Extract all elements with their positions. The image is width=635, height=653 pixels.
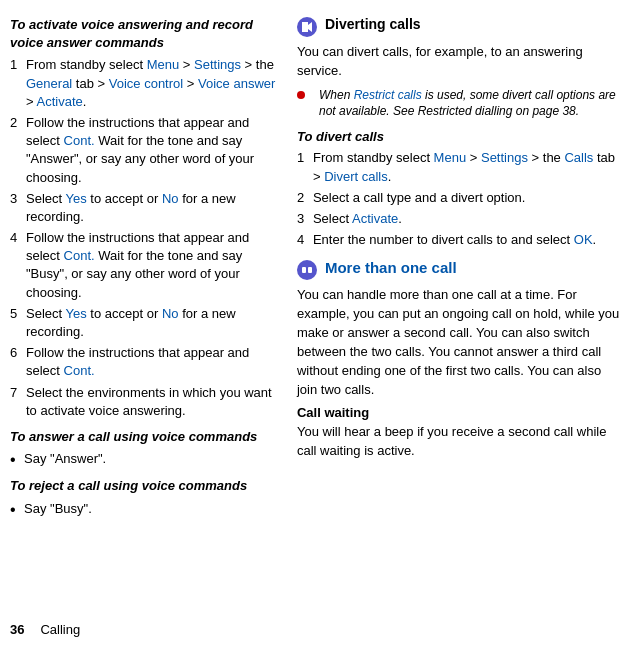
divert-step-3-text: Select Activate.	[313, 210, 625, 228]
divert-step-3-num: 3	[297, 210, 311, 228]
bullet-dot-2: •	[10, 500, 22, 519]
note-dot-icon	[297, 91, 305, 99]
diverting-calls-heading-text: Diverting calls	[325, 16, 625, 32]
footer: 36 Calling	[10, 622, 80, 637]
activate-voice-steps: 1 From standby select Menu > Settings > …	[10, 56, 281, 420]
menu-link-divert[interactable]: Menu	[434, 150, 467, 165]
diverting-calls-header-row: Diverting calls	[297, 16, 625, 37]
divert-calls-link[interactable]: Divert calls	[324, 169, 388, 184]
more-than-one-body: You can handle more than one call at a t…	[297, 286, 625, 399]
step-4-text: Follow the instructions that appear and …	[26, 229, 281, 302]
step-4: 4 Follow the instructions that appear an…	[10, 229, 281, 302]
bullet-busy-text: Say "Busy".	[24, 500, 281, 519]
note-row: When Restrict calls is used, some divert…	[297, 87, 625, 121]
cont-link-1[interactable]: Cont.	[64, 133, 95, 148]
footer-label: Calling	[40, 622, 80, 637]
step-1-text: From standby select Menu > Settings > th…	[26, 56, 281, 111]
general-link[interactable]: General	[26, 76, 72, 91]
to-divert-calls-title: To divert calls	[297, 128, 625, 146]
step-7: 7 Select the environments in which you w…	[10, 384, 281, 420]
svg-rect-0	[302, 267, 306, 273]
bullet-answer-text: Say "Answer".	[24, 450, 281, 469]
step-5-text: Select Yes to accept or No for a new rec…	[26, 305, 281, 341]
right-column: Diverting calls You can divert calls, fo…	[291, 16, 625, 637]
left-column: To activate voice answering and record v…	[10, 16, 291, 637]
activate-link-2[interactable]: Activate	[352, 211, 398, 226]
bullet-answer: • Say "Answer".	[10, 450, 281, 469]
divert-calls-steps: 1 From standby select Menu > Settings > …	[297, 149, 625, 249]
voice-control-link[interactable]: Voice control	[109, 76, 183, 91]
ok-link[interactable]: OK	[574, 232, 593, 247]
yes-link-2[interactable]: Yes	[66, 306, 87, 321]
step-3: 3 Select Yes to accept or No for a new r…	[10, 190, 281, 226]
divert-icon-box	[297, 17, 319, 37]
bullet-busy: • Say "Busy".	[10, 500, 281, 519]
section-reject-voice-title: To reject a call using voice commands	[10, 477, 281, 495]
bullet-dot-1: •	[10, 450, 22, 469]
diverting-calls-section: Diverting calls You can divert calls, fo…	[297, 16, 625, 249]
divert-step-2-text: Select a call type and a divert option.	[313, 189, 625, 207]
section-activate-voice-title: To activate voice answering and record v…	[10, 16, 281, 52]
more-than-one-heading-text: More than one call	[325, 259, 625, 276]
more-calls-icon-box	[297, 260, 319, 280]
step-5-num: 5	[10, 305, 24, 341]
step-2: 2 Follow the instructions that appear an…	[10, 114, 281, 187]
note-text: When Restrict calls is used, some divert…	[319, 87, 625, 121]
step-6: 6 Follow the instructions that appear an…	[10, 344, 281, 380]
step-7-num: 7	[10, 384, 24, 420]
settings-link-divert[interactable]: Settings	[481, 150, 528, 165]
divert-step-3: 3 Select Activate.	[297, 210, 625, 228]
cont-link-3[interactable]: Cont.	[64, 363, 95, 378]
section-activate-voice: To activate voice answering and record v…	[10, 16, 281, 420]
step-2-text: Follow the instructions that appear and …	[26, 114, 281, 187]
divert-step-4: 4 Enter the number to divert calls to an…	[297, 231, 625, 249]
section-answer-voice-title: To answer a call using voice commands	[10, 428, 281, 446]
step-2-num: 2	[10, 114, 24, 187]
more-than-one-call-section: More than one call You can handle more t…	[297, 259, 625, 461]
menu-link-1[interactable]: Menu	[147, 57, 180, 72]
note-icon-box	[297, 88, 315, 99]
divert-step-4-num: 4	[297, 231, 311, 249]
step-3-text: Select Yes to accept or No for a new rec…	[26, 190, 281, 226]
step-6-text: Follow the instructions that appear and …	[26, 344, 281, 380]
step-6-num: 6	[10, 344, 24, 380]
answer-voice-bullets: • Say "Answer".	[10, 450, 281, 469]
reject-voice-bullets: • Say "Busy".	[10, 500, 281, 519]
svg-rect-1	[308, 267, 312, 273]
more-than-one-call-header-row: More than one call	[297, 259, 625, 280]
divert-step-4-text: Enter the number to divert calls to and …	[313, 231, 625, 249]
settings-link-1[interactable]: Settings	[194, 57, 241, 72]
diverting-calls-body: You can divert calls, for example, to an…	[297, 43, 625, 81]
section-answer-voice: To answer a call using voice commands • …	[10, 428, 281, 469]
more-calls-icon	[297, 260, 317, 280]
calls-tab-link[interactable]: Calls	[564, 150, 593, 165]
divert-step-2: 2 Select a call type and a divert option…	[297, 189, 625, 207]
yes-link-1[interactable]: Yes	[66, 191, 87, 206]
more-than-one-title: More than one call	[325, 259, 457, 276]
footer-page: 36	[10, 622, 24, 637]
voice-answer-link[interactable]: Voice answer	[198, 76, 275, 91]
divert-step-1-text: From standby select Menu > Settings > th…	[313, 149, 625, 185]
divert-step-2-num: 2	[297, 189, 311, 207]
step-3-num: 3	[10, 190, 24, 226]
no-link-2[interactable]: No	[162, 306, 179, 321]
call-waiting-heading: Call waiting	[297, 405, 625, 420]
activate-link-1[interactable]: Activate	[37, 94, 83, 109]
no-link-1[interactable]: No	[162, 191, 179, 206]
diverting-calls-title: Diverting calls	[325, 16, 421, 32]
divert-step-1: 1 From standby select Menu > Settings > …	[297, 149, 625, 185]
divert-icon	[297, 17, 317, 37]
cont-link-2[interactable]: Cont.	[64, 248, 95, 263]
call-waiting-body: You will hear a beep if you receive a se…	[297, 423, 625, 461]
page: To activate voice answering and record v…	[0, 0, 635, 653]
section-reject-voice: To reject a call using voice commands • …	[10, 477, 281, 518]
step-1-num: 1	[10, 56, 24, 111]
step-1: 1 From standby select Menu > Settings > …	[10, 56, 281, 111]
divert-step-1-num: 1	[297, 149, 311, 185]
step-7-text: Select the environments in which you wan…	[26, 384, 281, 420]
restrict-calls-link[interactable]: Restrict calls	[354, 88, 422, 102]
step-4-num: 4	[10, 229, 24, 302]
step-5: 5 Select Yes to accept or No for a new r…	[10, 305, 281, 341]
